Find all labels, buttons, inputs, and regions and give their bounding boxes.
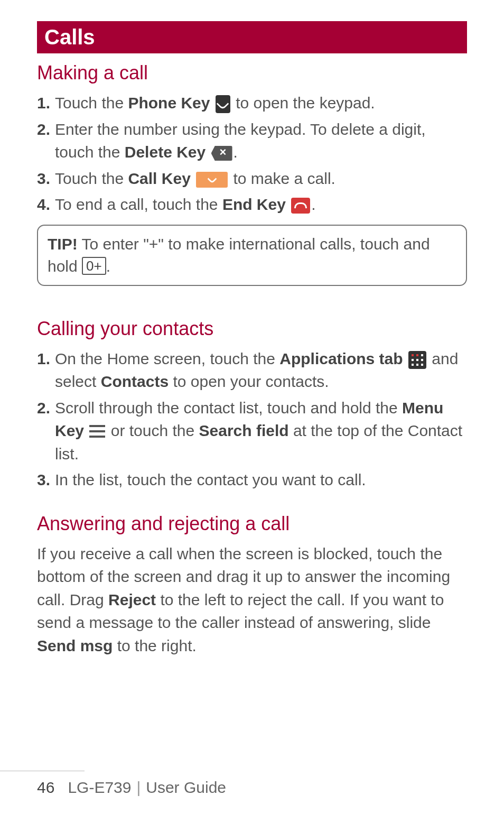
- phone-key-icon: [216, 95, 230, 113]
- section-heading-answering-rejecting: Answering and rejecting a call: [37, 513, 467, 535]
- zero-plus-key-icon: 0+: [82, 257, 106, 275]
- step-4: To end a call, touch the End Key .: [37, 193, 467, 216]
- step-3: In the list, touch the contact you want …: [37, 468, 467, 492]
- step-bold: Contacts: [101, 373, 169, 390]
- step-bold: End Key: [222, 196, 286, 213]
- footer-separator: |: [136, 779, 141, 796]
- step-text: To end a call, touch the: [55, 196, 222, 213]
- delete-key-icon: [211, 146, 232, 161]
- step-text: or touch the: [106, 422, 199, 439]
- step-text: to make a call.: [229, 170, 335, 187]
- step-text: On the Home screen, touch the: [55, 350, 279, 367]
- step-bold: Applications tab: [279, 350, 403, 367]
- tip-box: TIP! To enter "+" to make international …: [37, 225, 467, 286]
- step-bold: Delete Key: [125, 143, 206, 161]
- step-bold: Search field: [199, 422, 289, 439]
- para-bold: Reject: [108, 591, 156, 608]
- page-number: 46: [37, 779, 54, 796]
- step-text: to open the keypad.: [231, 94, 375, 112]
- para-bold: Send msg: [37, 637, 113, 654]
- applications-tab-icon: [408, 351, 426, 369]
- step-2: Enter the number using the keypad. To de…: [37, 118, 467, 164]
- tip-text: .: [106, 257, 110, 275]
- footer-rule: [0, 771, 85, 771]
- step-text: to open your contacts.: [169, 373, 329, 390]
- step-2: Scroll through the contact list, touch a…: [37, 396, 467, 466]
- menu-key-icon: [89, 425, 105, 439]
- step-bold: Phone Key: [128, 94, 210, 112]
- calling-contacts-steps: On the Home screen, touch the Applicatio…: [37, 347, 467, 492]
- call-key-icon: [196, 172, 228, 188]
- section-heading-calling-contacts: Calling your contacts: [37, 318, 467, 340]
- step-1: Touch the Phone Key to open the keypad.: [37, 91, 467, 115]
- step-text: Touch the: [55, 94, 128, 112]
- footer-text: 46 LG-E739|User Guide: [37, 779, 467, 797]
- guide-label: User Guide: [146, 779, 226, 796]
- chapter-title: Calls: [37, 21, 467, 53]
- step-text: Touch the: [55, 170, 128, 187]
- page-footer: 46 LG-E739|User Guide: [0, 771, 504, 797]
- step-text: Enter the number using the keypad. To de…: [55, 121, 426, 161]
- step-text: .: [234, 143, 238, 161]
- tip-label: TIP!: [48, 235, 78, 253]
- step-text: .: [311, 196, 315, 213]
- step-3: Touch the Call Key to make a call.: [37, 167, 467, 190]
- making-call-steps: Touch the Phone Key to open the keypad. …: [37, 91, 467, 216]
- step-1: On the Home screen, touch the Applicatio…: [37, 347, 467, 393]
- step-bold: Call Key: [128, 170, 190, 187]
- step-text: Scroll through the contact list, touch a…: [55, 399, 402, 417]
- end-key-icon: [291, 198, 310, 214]
- section3-paragraph: If you receive a call when the screen is…: [37, 542, 467, 658]
- section-heading-making-call: Making a call: [37, 62, 467, 84]
- model-number: LG-E739: [68, 779, 131, 796]
- para-text: to the right.: [113, 637, 196, 654]
- step-text: In the list, touch the contact you want …: [55, 471, 366, 488]
